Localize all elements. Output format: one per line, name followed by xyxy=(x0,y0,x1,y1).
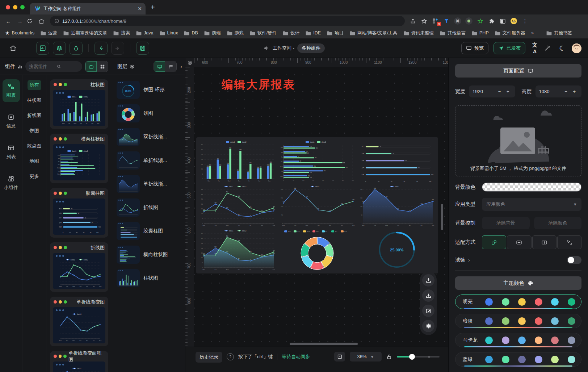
fit-width-button[interactable] xyxy=(507,235,531,249)
edit-button[interactable] xyxy=(422,305,434,317)
magic-wand-icon[interactable] xyxy=(544,45,553,51)
user-avatar[interactable] xyxy=(572,43,581,53)
bookmarks-overflow[interactable]: » xyxy=(531,30,534,35)
sidebar-tab-信息[interactable]: 信息 xyxy=(3,110,20,133)
bookmark-folder[interactable]: 其他语言 xyxy=(440,30,466,36)
clear-background-button[interactable]: 清除背景 xyxy=(482,217,530,229)
bookmark-folder[interactable]: 近期需要读的文章 xyxy=(63,30,107,36)
theme-row-暗淡[interactable]: 暗淡 xyxy=(455,314,581,328)
layer-item[interactable]: 柱状图 xyxy=(117,269,181,287)
recorder-extension-icon[interactable] xyxy=(465,17,472,25)
forward-icon[interactable]: → xyxy=(15,18,25,24)
bookmark-folder[interactable]: 搜索 xyxy=(113,30,130,36)
bookmark-folder[interactable]: 资讯未整理 xyxy=(404,30,434,36)
home-icon[interactable] xyxy=(38,18,48,24)
command-extension-icon[interactable]: ⌘ xyxy=(454,17,461,25)
app-type-select[interactable]: 应用颜色▼ xyxy=(482,198,581,211)
star-extension-icon[interactable] xyxy=(476,17,484,25)
layer-item[interactable]: 单折线渐... xyxy=(117,151,181,170)
new-tab-button[interactable]: + xyxy=(151,3,155,12)
single-column-view-button[interactable] xyxy=(85,61,97,72)
fit-height-button[interactable] xyxy=(532,235,556,249)
bookmarks-root[interactable]: ★Bookmarks xyxy=(5,30,34,36)
sidebar-tab-列表[interactable]: 列表 xyxy=(3,141,20,164)
canvas-chart-line-area-dual[interactable]: data1data2050100150200250300350120200150… xyxy=(198,227,277,272)
close-window-button[interactable] xyxy=(6,5,10,9)
sidebar-tab-图表[interactable]: 图表 xyxy=(3,79,20,102)
filter-toggle[interactable] xyxy=(567,256,581,264)
category-散点图[interactable]: 散点图 xyxy=(25,141,43,151)
home-button[interactable] xyxy=(7,42,20,55)
zoom-slider[interactable] xyxy=(397,354,440,359)
dark-mode-moon-icon[interactable]: ☾ xyxy=(558,44,567,53)
settings-gear-button[interactable] xyxy=(422,320,434,332)
stepper-buttons[interactable]: − + xyxy=(498,89,512,94)
category-地图[interactable]: 地图 xyxy=(28,156,41,166)
category-饼图[interactable]: 饼图 xyxy=(28,126,41,136)
workspace-name-chip[interactable]: 各种组件 xyxy=(297,43,325,53)
canvas-chart-line-gradient[interactable]: data10501001502001202001508070110130MonT… xyxy=(277,183,357,228)
layer-item[interactable]: 胶囊柱图 xyxy=(117,222,181,240)
vertical-scrollbar[interactable] xyxy=(441,204,443,230)
canvas-text-title[interactable]: 编辑大屏报表 xyxy=(222,77,295,92)
component-card[interactable]: 折线图data1data2MonTueWedThuFriSatSun xyxy=(50,242,108,292)
layer-item[interactable]: 双折线渐... xyxy=(117,128,181,146)
list-view-button[interactable] xyxy=(165,61,176,72)
collapse-panel-icon[interactable]: ‹ xyxy=(180,63,182,70)
ruler-toggle-eye-icon[interactable] xyxy=(185,58,194,67)
import-button[interactable] xyxy=(422,274,434,287)
bookmark-folder[interactable]: 文件服务器 xyxy=(495,30,525,36)
history-button[interactable]: 历史记录 xyxy=(196,352,222,363)
dashboard-board[interactable]: data1data2050100150200250300350120200150… xyxy=(196,137,438,273)
side-panel-icon[interactable] xyxy=(499,17,506,25)
site-info-icon[interactable] xyxy=(54,18,59,24)
share-icon[interactable] xyxy=(409,17,416,25)
profile-avatar-icon[interactable] xyxy=(510,17,517,25)
canvas-chart-capsule[interactable]: 厦门20南阳40北京60上海80新疆100020406080100 xyxy=(357,139,437,183)
chevron-right-icon[interactable]: › xyxy=(468,257,470,263)
search-components-box[interactable] xyxy=(25,61,82,72)
minimize-window-button[interactable] xyxy=(13,5,17,9)
fit-stretch-button[interactable] xyxy=(557,235,581,249)
component-card[interactable]: 柱状图data1data2MonTueWedThuFriSatSun xyxy=(50,79,108,129)
bookmark-folder[interactable]: 游戏 xyxy=(227,30,244,36)
save-button[interactable] xyxy=(136,42,149,55)
component-card[interactable]: 胶囊柱图厦门20南阳40北京60上海80新疆100020406080100 xyxy=(50,188,108,238)
reload-icon[interactable] xyxy=(27,18,36,24)
canvas-chart-ring[interactable]: 25.00% xyxy=(357,227,437,272)
canvas-chart-donut[interactable]: MonTueWedThuFriSatSun xyxy=(277,227,357,272)
funnel-extension-icon[interactable] xyxy=(443,17,450,25)
extensions-puzzle-icon[interactable] xyxy=(488,17,495,25)
component-card[interactable]: 单折线渐变面积图data1MonTueWedThuFriSatSun xyxy=(50,351,108,372)
close-tab-icon[interactable]: ✕ xyxy=(138,6,142,12)
width-stepper[interactable]: 1920− + xyxy=(469,85,515,97)
bookmark-folder[interactable]: DB xyxy=(184,30,198,35)
back-icon[interactable]: ← xyxy=(4,18,13,24)
other-bookmarks[interactable]: 其他书签 xyxy=(546,30,572,36)
zoom-select[interactable]: 36%▼ xyxy=(350,352,382,361)
translate-icon[interactable]: 文A xyxy=(530,42,539,54)
bookmark-folder[interactable]: PHP xyxy=(472,30,489,35)
chart-panel-toggle[interactable] xyxy=(36,42,49,55)
canvas-chart-hbar-dual[interactable]: data1data2050100150200250300350120200150… xyxy=(277,139,357,183)
design-canvas[interactable]: 6007008009001000110012001300 20030040050… xyxy=(185,58,448,372)
slider-knob[interactable] xyxy=(409,354,415,360)
bg-color-swatch[interactable] xyxy=(482,183,581,192)
export-button[interactable] xyxy=(422,289,434,302)
fit-auto-button[interactable] xyxy=(482,235,506,249)
layer-item[interactable]: 横向柱状图 xyxy=(117,246,181,264)
height-stepper[interactable]: 1080− + xyxy=(536,85,582,97)
bookmark-folder[interactable]: Linux xyxy=(160,30,178,35)
browser-menu-icon[interactable]: ⋮ xyxy=(521,17,529,25)
detail-panel-toggle[interactable] xyxy=(70,42,83,55)
undo-button[interactable] xyxy=(94,42,108,55)
panel-toggle-button[interactable] xyxy=(334,352,345,361)
theme-row-蓝绿[interactable]: 蓝绿 xyxy=(455,352,581,367)
bookmark-folder[interactable]: 软件/硬件 xyxy=(250,30,277,36)
layer-item[interactable]: 25.00%饼图-环形 xyxy=(117,81,181,99)
bookmark-folder[interactable]: 网站/博客/文章/工具 xyxy=(350,30,397,36)
layer-item[interactable]: 折线图 xyxy=(117,198,181,217)
bookmark-folder[interactable]: IDE xyxy=(306,30,321,35)
component-card[interactable]: 横向柱状图data1data2MonTueWedThuFriSatSun xyxy=(50,134,108,183)
component-card[interactable]: 单折线渐变图data1MonTueWedThuFriSatSun xyxy=(50,297,108,346)
